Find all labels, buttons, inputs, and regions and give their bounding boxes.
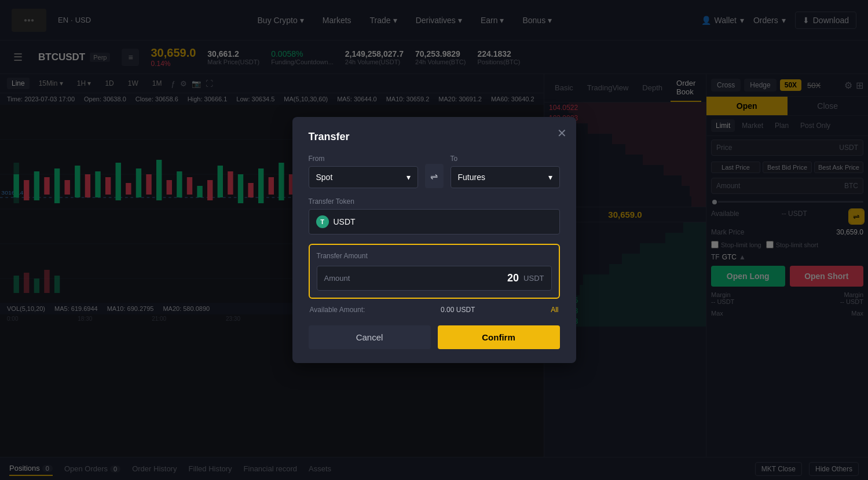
- amount-input-label: Amount: [324, 274, 350, 283]
- usdt-icon: T: [316, 215, 329, 228]
- cancel-button[interactable]: Cancel: [309, 325, 431, 349]
- token-section: Transfer Token T USDT: [309, 197, 560, 234]
- to-label: To: [451, 155, 560, 163]
- amount-section: Transfer Amount Amount 20 USDT: [309, 244, 560, 299]
- amount-unit: USDT: [523, 274, 544, 283]
- amount-value: 20: [507, 272, 519, 284]
- chevron-down-icon: ▾: [406, 173, 411, 182]
- transfer-modal: ✕ Transfer From Spot ▾ ⇌ To Futures ▾ Tr…: [292, 117, 576, 363]
- modal-overlay: ✕ Transfer From Spot ▾ ⇌ To Futures ▾ Tr…: [0, 0, 868, 480]
- token-name: USDT: [334, 217, 356, 226]
- available-amount-row: Available Amount: 0.00 USDT All: [309, 306, 560, 314]
- amount-section-label: Transfer Amount: [317, 252, 552, 260]
- modal-title: Transfer: [309, 131, 560, 143]
- from-label: From: [309, 155, 418, 163]
- swap-direction-button[interactable]: ⇌: [425, 164, 444, 188]
- to-field: To Futures ▾: [451, 155, 560, 188]
- available-amount-value: 0.00 USDT: [441, 306, 475, 314]
- from-select[interactable]: Spot ▾: [309, 166, 418, 188]
- to-select[interactable]: Futures ▾: [451, 166, 560, 188]
- confirm-button[interactable]: Confirm: [438, 325, 560, 349]
- amount-input-row[interactable]: Amount 20 USDT: [317, 266, 552, 291]
- from-value: Spot: [316, 173, 333, 182]
- available-amount-label: Available Amount:: [310, 306, 365, 314]
- token-label: Transfer Token: [309, 197, 560, 206]
- amount-value-row: 20 USDT: [507, 272, 544, 284]
- all-link[interactable]: All: [551, 306, 558, 314]
- from-to-row: From Spot ▾ ⇌ To Futures ▾: [309, 155, 560, 188]
- from-field: From Spot ▾: [309, 155, 418, 188]
- modal-close-button[interactable]: ✕: [557, 126, 567, 140]
- chevron-down-icon: ▾: [548, 173, 552, 182]
- to-value: Futures: [458, 173, 485, 182]
- modal-footer: Cancel Confirm: [309, 325, 560, 349]
- token-select[interactable]: T USDT: [309, 209, 560, 234]
